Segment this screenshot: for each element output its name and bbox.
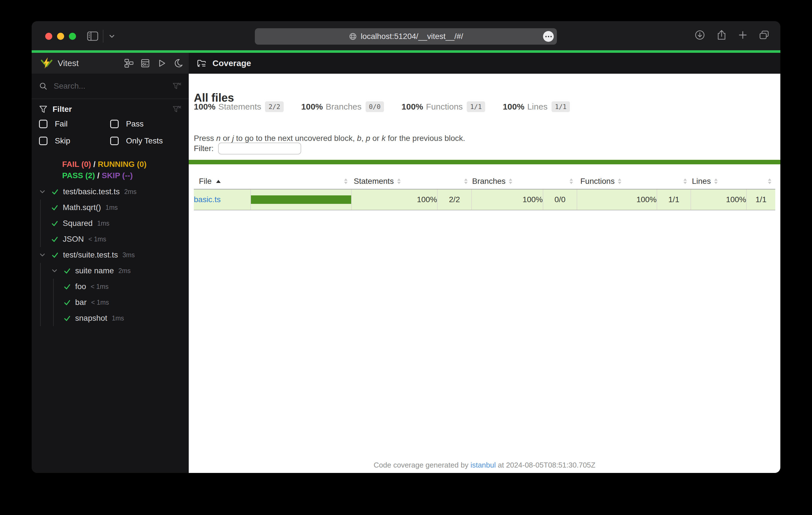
pass-check-icon <box>63 267 71 275</box>
chevron-down-icon[interactable] <box>108 32 116 40</box>
dark-mode-icon[interactable] <box>173 58 183 68</box>
tree-item-snapshot[interactable]: snapshot1ms <box>32 310 189 326</box>
column-header-statements-raw[interactable] <box>437 174 471 189</box>
test-duration: 1ms <box>106 204 118 211</box>
running-count: RUNNING (0) <box>98 160 147 169</box>
hint-text: , <box>361 134 366 143</box>
filter-checkbox-pass[interactable]: Pass <box>110 116 181 132</box>
sorter-icon[interactable] <box>509 178 512 184</box>
pass-check-icon <box>63 282 71 291</box>
sorter-icon[interactable] <box>684 178 687 184</box>
share-icon[interactable] <box>717 30 727 40</box>
run-all-icon[interactable] <box>157 59 166 68</box>
test-name: Math.sqrt() <box>63 203 101 212</box>
keyboard-hint: Press n or j to go to the next uncovered… <box>194 134 465 143</box>
tree-item-suite-name[interactable]: suite name2ms <box>32 263 189 279</box>
hint-key: b <box>357 134 361 143</box>
sidebar-toggle-icon[interactable] <box>87 31 98 41</box>
test-name: suite name <box>75 266 114 275</box>
minimize-button[interactable] <box>57 33 64 40</box>
filter-checkbox-fail[interactable]: Fail <box>39 116 110 132</box>
clear-filter-icon[interactable] <box>172 82 181 90</box>
checkbox-icon[interactable] <box>110 137 119 145</box>
tree-item-squared[interactable]: Squared1ms <box>32 215 189 231</box>
column-header-file[interactable]: File <box>194 174 251 189</box>
coverage-total-branches: 100% Branches 0/0 <box>301 101 384 112</box>
test-duration: 1ms <box>97 220 109 227</box>
browser-chrome: localhost:51204/__vitest__/#/ <box>32 21 780 50</box>
sort-ascending-icon <box>216 180 221 183</box>
test-name: test/basic.test.ts <box>63 187 120 196</box>
coverage-total-statements: 100% Statements 2/2 <box>194 101 284 112</box>
tree-item-test-suite-test-ts[interactable]: test/suite.test.ts3ms <box>32 247 189 263</box>
coverage-filter-input[interactable] <box>218 143 301 154</box>
sorter-icon[interactable] <box>397 178 401 184</box>
filter-checkbox-only-tests[interactable]: Only Tests <box>110 133 181 149</box>
file-link[interactable]: basic.ts <box>194 195 221 204</box>
coverage-status-line <box>189 160 780 164</box>
chevron-down-icon[interactable] <box>38 187 47 196</box>
column-header-branches-raw[interactable] <box>543 174 577 189</box>
list-tree-icon[interactable] <box>124 59 133 68</box>
column-header-functions-raw[interactable] <box>657 174 691 189</box>
pass-check-icon <box>51 187 59 196</box>
dashboard-icon[interactable] <box>141 59 150 68</box>
istanbul-link[interactable]: istanbul <box>470 461 496 469</box>
sorter-icon[interactable] <box>344 178 348 184</box>
branches-pct-cell: 100% <box>471 189 543 210</box>
chevron-down-icon[interactable] <box>38 251 47 259</box>
coverage-report-icon <box>197 58 207 68</box>
sorter-icon[interactable] <box>464 178 468 184</box>
coverage-footer: Code coverage generated by istanbul at 2… <box>189 461 780 469</box>
tab-overview-icon[interactable] <box>759 30 770 40</box>
coverage-total-lines: 100% Lines 1/1 <box>503 101 570 112</box>
column-header-branches[interactable]: Branches <box>471 174 543 189</box>
maximize-button[interactable] <box>69 33 76 40</box>
test-name: snapshot <box>75 314 107 323</box>
column-header-lines[interactable]: Lines <box>691 174 747 189</box>
filter-title: Filter <box>53 105 72 114</box>
checkbox-label: Only Tests <box>126 137 163 145</box>
download-icon[interactable] <box>694 30 705 40</box>
test-duration: 2ms <box>118 267 130 275</box>
filter-section-header: Filter <box>39 103 181 116</box>
chevron-down-icon[interactable] <box>50 267 59 275</box>
search-input[interactable] <box>53 81 167 91</box>
pass-check-icon <box>51 251 59 259</box>
checkbox-icon[interactable] <box>110 120 119 128</box>
status-accent-line <box>32 50 780 53</box>
column-header-functions[interactable]: Functions <box>577 174 657 189</box>
column-header-lines-raw[interactable] <box>747 174 775 189</box>
checkbox-icon[interactable] <box>39 120 48 128</box>
skip-count: SKIP (--) <box>102 171 133 180</box>
sorter-icon[interactable] <box>714 178 718 184</box>
new-tab-icon[interactable] <box>738 30 748 40</box>
statements-frac-cell: 2/2 <box>437 189 471 210</box>
hint-key: n <box>216 134 221 143</box>
more-options-icon[interactable] <box>543 31 554 42</box>
column-header-chart[interactable] <box>251 174 351 189</box>
tree-item-test-basic-test-ts[interactable]: test/basic.test.ts2ms <box>32 184 189 200</box>
total-fraction-badge: 2/2 <box>265 101 284 112</box>
footer-prefix: Code coverage generated by <box>374 461 471 469</box>
pass-check-icon <box>50 219 59 228</box>
clear-filter-icon[interactable] <box>172 105 181 114</box>
sidebar-actions <box>124 58 183 68</box>
sorter-icon[interactable] <box>618 178 621 184</box>
tree-item-json[interactable]: JSON< 1ms <box>32 231 189 247</box>
file-cell: basic.ts <box>194 189 251 210</box>
close-button[interactable] <box>45 33 52 40</box>
address-bar[interactable]: localhost:51204/__vitest__/#/ <box>255 28 557 44</box>
sorter-icon[interactable] <box>570 178 573 184</box>
tree-item-foo[interactable]: foo< 1ms <box>32 279 189 295</box>
tree-item-bar[interactable]: bar< 1ms <box>32 295 189 310</box>
hint-text: to go to the next uncovered block, <box>234 134 357 143</box>
checkbox-icon[interactable] <box>39 137 48 145</box>
total-fraction-badge: 1/1 <box>551 101 570 112</box>
coverage-filter-row: Filter: <box>194 143 301 154</box>
column-header-statements[interactable]: Statements <box>351 174 437 189</box>
tree-item-math-sqrt[interactable]: Math.sqrt()1ms <box>32 200 189 215</box>
filter-checkbox-skip[interactable]: Skip <box>39 133 110 149</box>
sorter-icon[interactable] <box>768 178 771 184</box>
hint-key: p <box>366 134 370 143</box>
